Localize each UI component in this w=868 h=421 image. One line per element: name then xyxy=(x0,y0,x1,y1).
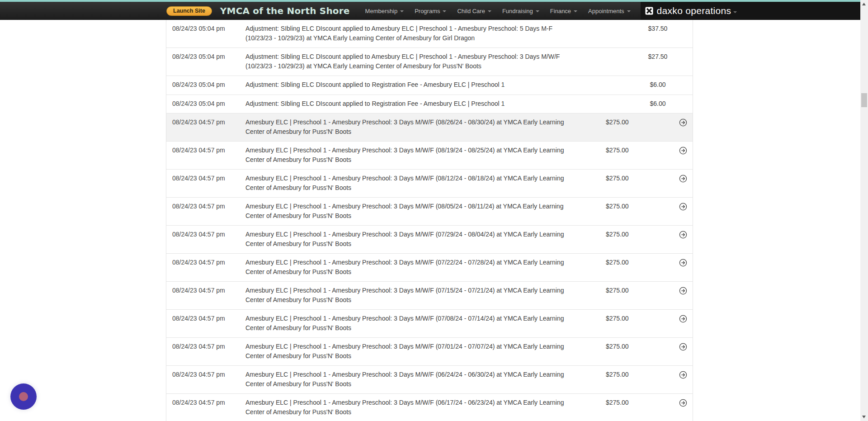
transaction-description: Adjustment: SIbling ELC DIscount applied… xyxy=(240,80,588,90)
chevron-down-icon xyxy=(574,10,577,12)
transaction-date: 08/24/23 04:57 pm xyxy=(166,174,240,183)
transaction-date: 08/24/23 05:04 pm xyxy=(166,52,240,61)
transaction-description: Amesbury ELC | Preschool 1 - Amesbury Pr… xyxy=(240,342,588,360)
transaction-amount-group: $27.50 xyxy=(588,52,693,61)
nav-menu-item-label: Fundraising xyxy=(502,8,533,14)
arrow-right-circle-icon[interactable] xyxy=(679,259,687,267)
transaction-amount-group: $275.00 xyxy=(588,202,693,211)
transaction-amount: $27.50 xyxy=(588,52,693,61)
detail-arrow-cell xyxy=(674,146,693,155)
scrollbar-thumb[interactable] xyxy=(861,93,867,107)
nav-menu-item[interactable]: Appointments xyxy=(588,8,631,14)
transaction-row: 08/24/23 04:57 pm Amesbury ELC | Prescho… xyxy=(166,226,693,254)
detail-arrow-cell xyxy=(674,342,693,351)
nav-menu-item[interactable]: Fundraising xyxy=(502,8,539,14)
detail-arrow-cell xyxy=(674,286,693,295)
arrow-right-circle-icon[interactable] xyxy=(679,175,687,183)
chevron-down-icon xyxy=(627,10,631,12)
transaction-date: 08/24/23 04:57 pm xyxy=(166,314,240,323)
chevron-down-icon xyxy=(443,10,446,12)
chevron-down-icon xyxy=(488,10,491,12)
arrow-right-circle-icon[interactable] xyxy=(679,315,687,323)
transaction-amount: $275.00 xyxy=(588,370,674,379)
top-nav: Launch Site YMCA of the North Shore Memb… xyxy=(0,2,860,20)
transaction-date: 08/24/23 04:57 pm xyxy=(166,342,240,351)
nav-menu-item-label: Appointments xyxy=(588,8,624,14)
transaction-date: 08/24/23 04:57 pm xyxy=(166,202,240,211)
transaction-amount: $37.50 xyxy=(588,24,693,33)
transaction-amount: $275.00 xyxy=(588,230,674,239)
arrow-right-circle-icon[interactable] xyxy=(679,399,687,407)
transaction-amount-group: $275.00 xyxy=(588,314,693,323)
transaction-amount: $6.00 xyxy=(588,80,693,90)
transaction-row: 08/24/23 04:57 pm Amesbury ELC | Prescho… xyxy=(166,394,693,421)
transaction-description: Amesbury ELC | Preschool 1 - Amesbury Pr… xyxy=(240,398,588,416)
scroll-down-arrow-icon[interactable] xyxy=(862,416,866,418)
nav-menu-item[interactable]: Membership xyxy=(365,8,404,14)
transaction-date: 08/24/23 05:04 pm xyxy=(166,80,240,90)
transaction-date: 08/24/23 04:57 pm xyxy=(166,398,240,407)
transaction-date: 08/24/23 04:57 pm xyxy=(166,118,240,127)
transaction-row: 08/24/23 04:57 pm Amesbury ELC | Prescho… xyxy=(166,310,693,338)
nav-menu-item-label: Finance xyxy=(550,8,571,14)
transaction-amount: $275.00 xyxy=(588,258,674,267)
transaction-amount: $275.00 xyxy=(588,174,674,183)
transaction-amount-group: $6.00 xyxy=(588,99,693,109)
arrow-right-circle-icon[interactable] xyxy=(679,231,687,239)
nav-menu-item-label: Child Care xyxy=(457,8,485,14)
transaction-amount-group: $275.00 xyxy=(588,342,693,351)
transactions-table: 08/24/23 05:04 pm Adjustment: SIbling EL… xyxy=(166,20,693,421)
transaction-description: Amesbury ELC | Preschool 1 - Amesbury Pr… xyxy=(240,174,588,192)
transaction-row: 08/24/23 05:04 pm Adjustment: SIbling EL… xyxy=(166,48,693,76)
transaction-amount-group: $275.00 xyxy=(588,230,693,239)
chat-widget-button[interactable] xyxy=(10,383,37,410)
transaction-description: Amesbury ELC | Preschool 1 - Amesbury Pr… xyxy=(240,314,588,332)
transaction-row: 08/24/23 05:04 pm Adjustment: SIbling EL… xyxy=(166,20,693,48)
arrow-right-circle-icon[interactable] xyxy=(679,287,687,295)
transaction-amount: $275.00 xyxy=(588,314,674,323)
transaction-description: Amesbury ELC | Preschool 1 - Amesbury Pr… xyxy=(240,146,588,164)
nav-menu-item[interactable]: Programs xyxy=(415,8,446,14)
arrow-right-circle-icon[interactable] xyxy=(679,371,687,379)
arrow-right-circle-icon[interactable] xyxy=(679,203,687,211)
arrow-right-circle-icon[interactable] xyxy=(679,147,687,155)
nav-menu: Membership Programs Child Care Fundraisi… xyxy=(365,8,631,14)
transaction-date: 08/24/23 04:57 pm xyxy=(166,230,240,239)
transaction-description: Amesbury ELC | Preschool 1 - Amesbury Pr… xyxy=(240,286,588,304)
arrow-right-circle-icon[interactable] xyxy=(679,118,687,127)
detail-arrow-cell xyxy=(674,398,693,407)
transaction-row: 08/24/23 04:57 pm Amesbury ELC | Prescho… xyxy=(166,114,693,142)
launch-site-button[interactable]: Launch Site xyxy=(166,6,212,16)
transaction-date: 08/24/23 05:04 pm xyxy=(166,24,240,33)
transaction-description: Amesbury ELC | Preschool 1 - Amesbury Pr… xyxy=(240,370,588,388)
transaction-row: 08/24/23 04:57 pm Amesbury ELC | Prescho… xyxy=(166,198,693,226)
transaction-amount: $275.00 xyxy=(588,202,674,211)
transaction-row: 08/24/23 04:57 pm Amesbury ELC | Prescho… xyxy=(166,338,693,366)
transaction-date: 08/24/23 04:57 pm xyxy=(166,370,240,379)
transaction-amount-group: $275.00 xyxy=(588,258,693,267)
detail-arrow-cell xyxy=(674,118,693,127)
detail-arrow-cell xyxy=(674,370,693,379)
chevron-down-icon xyxy=(400,10,404,12)
transaction-amount-group: $6.00 xyxy=(588,80,693,90)
arrow-right-circle-icon[interactable] xyxy=(679,343,687,351)
transaction-amount: $275.00 xyxy=(588,398,674,407)
chat-widget-icon xyxy=(19,392,28,401)
transaction-amount-group: $275.00 xyxy=(588,286,693,295)
daxko-operations-menu[interactable]: daxko operations xyxy=(641,2,860,20)
scroll-up-arrow-icon[interactable] xyxy=(862,3,866,5)
detail-arrow-cell xyxy=(674,258,693,267)
vertical-scrollbar[interactable] xyxy=(860,0,868,421)
nav-menu-item[interactable]: Child Care xyxy=(457,8,491,14)
transaction-row: 08/24/23 04:57 pm Amesbury ELC | Prescho… xyxy=(166,254,693,282)
transaction-row: 08/24/23 04:57 pm Amesbury ELC | Prescho… xyxy=(166,170,693,198)
transaction-amount: $275.00 xyxy=(588,146,674,155)
nav-menu-item-label: Programs xyxy=(415,8,440,14)
transaction-description: Adjustment: SIbling ELC DIscount applied… xyxy=(240,24,588,43)
nav-menu-item[interactable]: Finance xyxy=(550,8,577,14)
transaction-amount: $275.00 xyxy=(588,118,674,127)
transaction-amount-group: $275.00 xyxy=(588,174,693,183)
daxko-brand-label: daxko operations xyxy=(657,5,731,16)
transaction-date: 08/24/23 05:04 pm xyxy=(166,99,240,109)
transaction-amount-group: $275.00 xyxy=(588,118,693,127)
